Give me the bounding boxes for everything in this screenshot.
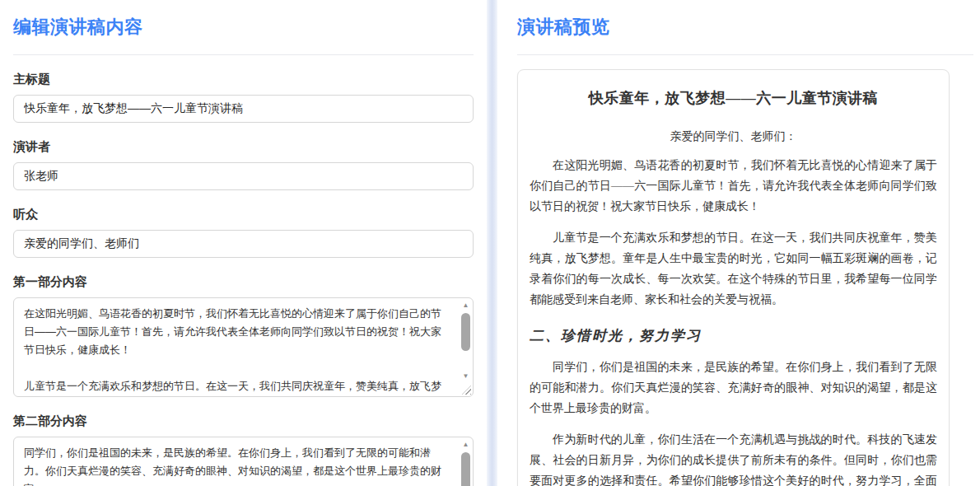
speaker-label: 演讲者 <box>13 139 474 155</box>
part1-content-textarea[interactable]: 在这阳光明媚、鸟语花香的初夏时节，我们怀着无比喜悦的心情迎来了属于你们自己的节日… <box>13 297 474 397</box>
panel-divider <box>487 0 497 486</box>
field-speaker: 演讲者 <box>13 139 474 190</box>
scroll-up-arrow-icon[interactable]: ▲ <box>460 439 472 450</box>
speech-preview-card: 快乐童年，放飞梦想——六一儿童节演讲稿 亲爱的同学们、老师们： 在这阳光明媚、鸟… <box>517 69 950 486</box>
speech-paragraph: 同学们，你们是祖国的未来，是民族的希望。在你们身上，我们看到了无限的可能和潜力。… <box>530 357 937 418</box>
speech-paragraph: 在这阳光明媚、鸟语花香的初夏时节，我们怀着无比喜悦的心情迎来了属于你们自己的节日… <box>530 155 937 217</box>
preview-panel-title: 演讲稿预览 <box>517 15 973 40</box>
scroll-up-arrow-icon[interactable]: ▲ <box>460 300 472 311</box>
field-audience: 听众 <box>13 207 474 258</box>
field-main-title: 主标题 <box>13 72 474 123</box>
speech-section-heading: 二、珍惜时光，努力学习 <box>530 326 937 346</box>
app-root: 编辑演讲稿内容 主标题 演讲者 听众 第一部分内容 在这阳光明媚、鸟语花香的初夏… <box>0 0 980 486</box>
preview-panel: 演讲稿预览 快乐童年，放飞梦想——六一儿童节演讲稿 亲爱的同学们、老师们： 在这… <box>497 0 980 486</box>
speech-paragraph: 作为新时代的儿童，你们生活在一个充满机遇与挑战的时代。科技的飞速发展、社会的日新… <box>530 429 937 486</box>
audience-label: 听众 <box>13 207 474 222</box>
part2-scrollbar[interactable]: ▲ <box>460 439 472 486</box>
scrollbar-thumb[interactable] <box>461 452 470 486</box>
main-title-label: 主标题 <box>13 72 474 87</box>
speech-paragraph: 儿童节是一个充满欢乐和梦想的节日。在这一天，我们共同庆祝童年，赞美纯真，放飞梦想… <box>530 227 937 310</box>
main-title-input[interactable] <box>13 95 474 123</box>
part2-content-label: 第二部分内容 <box>13 414 474 429</box>
part2-textarea-wrapper: 同学们，你们是祖国的未来，是民族的希望。在你们身上，我们看到了无限的可能和潜力。… <box>13 437 474 486</box>
part1-textarea-wrapper: 在这阳光明媚、鸟语花香的初夏时节，我们怀着无比喜悦的心情迎来了属于你们自己的节日… <box>13 297 474 397</box>
editor-panel: 编辑演讲稿内容 主标题 演讲者 听众 第一部分内容 在这阳光明媚、鸟语花香的初夏… <box>0 0 487 486</box>
preview-title-divider <box>517 54 973 55</box>
part1-scrollbar[interactable]: ▲ ▼ <box>460 300 472 381</box>
speaker-input[interactable] <box>13 162 474 190</box>
editor-title-divider <box>13 54 474 55</box>
field-part1-content: 第一部分内容 在这阳光明媚、鸟语花香的初夏时节，我们怀着无比喜悦的心情迎来了属于… <box>13 274 474 397</box>
audience-input[interactable] <box>13 230 474 258</box>
field-part2-content: 第二部分内容 同学们，你们是祖国的未来，是民族的希望。在你们身上，我们看到了无限… <box>13 414 474 486</box>
part1-content-label: 第一部分内容 <box>13 274 474 290</box>
scrollbar-thumb[interactable] <box>461 313 470 351</box>
scroll-down-arrow-icon[interactable]: ▼ <box>460 371 472 381</box>
speech-title: 快乐童年，放飞梦想——六一儿童节演讲稿 <box>530 88 937 108</box>
part2-content-textarea[interactable]: 同学们，你们是祖国的未来，是民族的希望。在你们身上，我们看到了无限的可能和潜力。… <box>13 437 474 486</box>
speech-greeting: 亲爱的同学们、老师们： <box>530 129 937 144</box>
editor-panel-title: 编辑演讲稿内容 <box>13 15 474 40</box>
